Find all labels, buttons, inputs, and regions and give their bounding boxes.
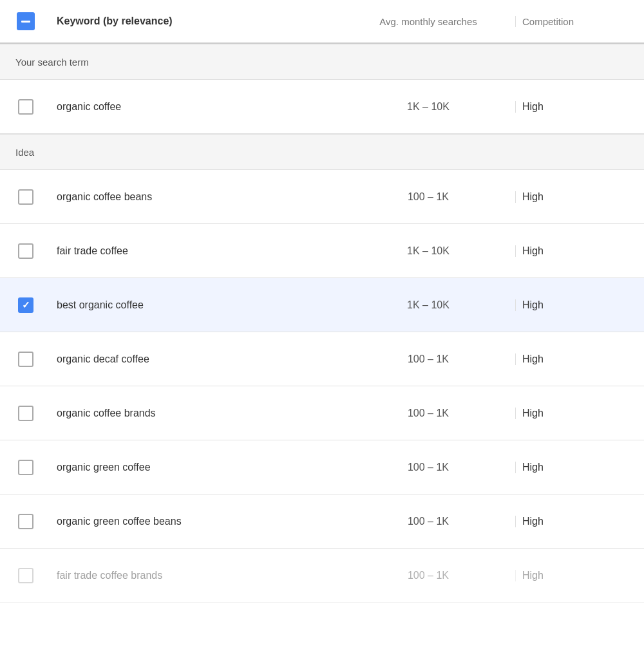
table-row: organic decaf coffee100 – 1KHigh (0, 332, 644, 386)
competition-cell: High (515, 101, 644, 113)
keyword-cell: best organic coffee (52, 299, 354, 311)
checkbox-col (0, 352, 52, 367)
header-checkbox-col (0, 12, 52, 30)
competition-cell: High (515, 570, 644, 581)
keyword-cell: organic coffee brands (52, 408, 354, 419)
checkmark-icon: ✓ (22, 300, 30, 310)
checkbox-col (0, 99, 52, 115)
row-checkbox[interactable] (18, 352, 33, 367)
row-checkbox[interactable] (18, 189, 33, 205)
row-checkbox[interactable] (18, 514, 33, 529)
keyword-cell: organic coffee beans (52, 191, 354, 203)
searches-cell: 100 – 1K (354, 353, 515, 365)
searches-cell: 100 – 1K (354, 516, 515, 527)
competition-cell: High (515, 462, 644, 473)
table-body: Your search termorganic coffee1K – 10KHi… (0, 44, 644, 603)
section-label-text: Your search term (0, 57, 89, 68)
keyword-column-header: Keyword (by relevance) (52, 15, 354, 27)
keyword-cell: fair trade coffee (52, 245, 354, 257)
row-checkbox[interactable] (18, 99, 33, 115)
table-row: organic coffee brands100 – 1KHigh (0, 386, 644, 440)
competition-cell: High (515, 516, 644, 527)
section-label-row: Idea (0, 134, 644, 170)
table-row: organic green coffee100 – 1KHigh (0, 440, 644, 494)
keyword-table: Keyword (by relevance) Avg. monthly sear… (0, 0, 644, 603)
competition-cell: High (515, 408, 644, 419)
competition-cell: High (515, 353, 644, 365)
row-checkbox[interactable]: ✓ (18, 297, 33, 313)
table-row: organic green coffee beans100 – 1KHigh (0, 494, 644, 549)
table-row: ✓best organic coffee1K – 10KHigh (0, 278, 644, 332)
checkbox-col (0, 243, 52, 259)
table-header: Keyword (by relevance) Avg. monthly sear… (0, 0, 644, 44)
table-row: organic coffee1K – 10KHigh (0, 80, 644, 134)
checkbox-col (0, 189, 52, 205)
table-row: fair trade coffee brands100 – 1KHigh (0, 549, 644, 603)
checkbox-col (0, 460, 52, 475)
searches-cell: 1K – 10K (354, 245, 515, 257)
competition-cell: High (515, 191, 644, 203)
table-row: organic coffee beans100 – 1KHigh (0, 170, 644, 224)
minus-icon (21, 21, 30, 23)
competition-cell: High (515, 245, 644, 257)
searches-cell: 100 – 1K (354, 191, 515, 203)
searches-cell: 100 – 1K (354, 570, 515, 581)
row-checkbox[interactable] (18, 568, 33, 583)
keyword-cell: organic green coffee beans (52, 516, 354, 527)
section-label-text: Idea (0, 147, 34, 158)
row-checkbox[interactable] (18, 406, 33, 421)
section-label-row: Your search term (0, 44, 644, 80)
keyword-cell: organic green coffee (52, 462, 354, 473)
searches-cell: 1K – 10K (354, 299, 515, 311)
keyword-cell: organic decaf coffee (52, 353, 354, 365)
table-row: fair trade coffee1K – 10KHigh (0, 224, 644, 278)
searches-cell: 100 – 1K (354, 462, 515, 473)
keyword-cell: fair trade coffee brands (52, 570, 354, 581)
select-all-button[interactable] (17, 12, 35, 30)
competition-column-header: Competition (515, 16, 644, 27)
checkbox-col (0, 514, 52, 529)
searches-cell: 100 – 1K (354, 408, 515, 419)
searches-column-header: Avg. monthly searches (354, 16, 515, 27)
searches-cell: 1K – 10K (354, 101, 515, 113)
checkbox-col (0, 568, 52, 583)
competition-cell: High (515, 299, 644, 311)
keyword-cell: organic coffee (52, 101, 354, 113)
row-checkbox[interactable] (18, 460, 33, 475)
checkbox-col (0, 406, 52, 421)
checkbox-col: ✓ (0, 297, 52, 313)
row-checkbox[interactable] (18, 243, 33, 259)
